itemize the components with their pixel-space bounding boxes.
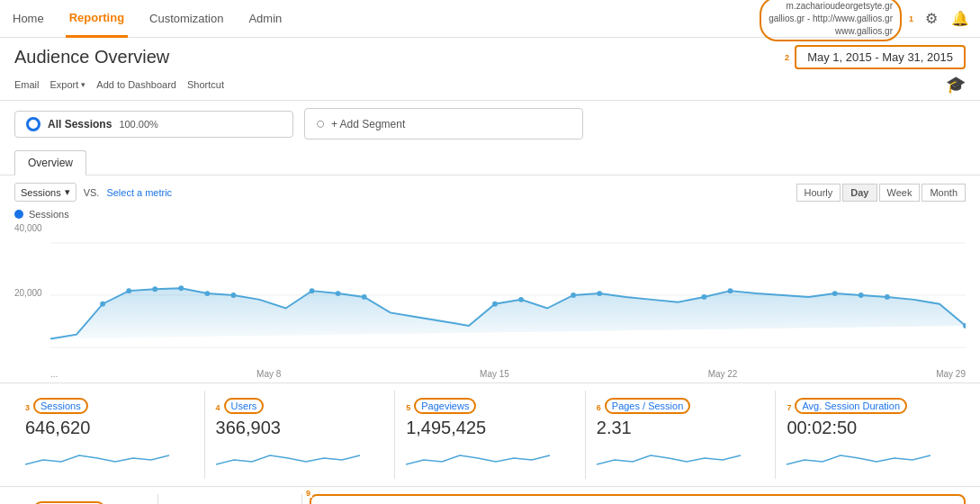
metric-card-users: 4 Users 366,903 bbox=[205, 391, 396, 479]
users-value: 366,903 bbox=[216, 418, 384, 438]
svg-point-8 bbox=[230, 292, 236, 298]
pie-chart-section: 9 Returning Visitor New Visitor bbox=[310, 494, 966, 504]
pageviews-annotation: 5 bbox=[406, 403, 410, 412]
top-nav: Home Reporting Customization Admin m.zac… bbox=[0, 0, 980, 38]
plus-icon: ○ bbox=[316, 114, 326, 133]
page-title: Audience Overview bbox=[14, 47, 169, 68]
svg-point-19 bbox=[859, 292, 864, 298]
svg-point-11 bbox=[362, 294, 367, 300]
nav-item-home[interactable]: Home bbox=[9, 0, 48, 38]
all-sessions-segment[interactable]: All Sessions 100.00% bbox=[14, 111, 293, 138]
svg-point-4 bbox=[126, 288, 131, 293]
metrics-row: 3 Sessions 646,620 4 Users 366,903 5 Pag… bbox=[0, 382, 980, 486]
svg-point-18 bbox=[832, 291, 838, 296]
chart-legend: Sessions bbox=[14, 205, 966, 223]
bell-icon: 🔔 bbox=[951, 10, 969, 27]
sessions-annotation: 3 bbox=[25, 403, 30, 412]
legend-label: Sessions bbox=[29, 209, 69, 220]
pageviews-label[interactable]: Pageviews bbox=[414, 398, 476, 414]
chart-controls: Sessions ▾ VS. Select a metric Hourly Da… bbox=[0, 176, 980, 205]
svg-point-20 bbox=[885, 294, 890, 300]
metric-selector: Sessions ▾ VS. Select a metric bbox=[14, 183, 172, 202]
hourly-button[interactable]: Hourly bbox=[796, 184, 841, 202]
add-segment-label: + Add Segment bbox=[331, 118, 405, 130]
svg-point-10 bbox=[336, 291, 341, 296]
svg-point-14 bbox=[571, 292, 576, 298]
segment-label: All Sessions bbox=[48, 118, 112, 130]
metric-card-pages-session: 6 Pages / Session 2.31 bbox=[586, 391, 777, 479]
svg-point-5 bbox=[152, 286, 157, 292]
bottom-section: 8 Bounce Rate 2.46% % New Sessions 39.80… bbox=[0, 486, 980, 504]
tabs-row: Overview bbox=[0, 147, 980, 176]
x-label-0: ... bbox=[50, 369, 58, 379]
page-header: Audience Overview 2 May 1, 2015 - May 31… bbox=[0, 38, 980, 73]
add-segment-button[interactable]: ○ + Add Segment bbox=[304, 108, 583, 140]
month-button[interactable]: Month bbox=[922, 184, 966, 202]
avg-session-value: 00:02:50 bbox=[787, 418, 955, 438]
line-chart-svg bbox=[50, 223, 966, 367]
day-button[interactable]: Day bbox=[842, 184, 877, 202]
avg-session-label[interactable]: Avg. Session Duration bbox=[795, 398, 907, 414]
account-annotation: 1 bbox=[909, 14, 913, 23]
svg-point-7 bbox=[204, 291, 210, 296]
x-label-3: May 22 bbox=[708, 369, 738, 379]
x-label-1: May 8 bbox=[256, 369, 281, 379]
pie-annotation: 9 bbox=[304, 489, 312, 498]
email-button[interactable]: Email bbox=[14, 79, 40, 90]
users-label[interactable]: Users bbox=[224, 398, 265, 414]
vs-label: VS. bbox=[84, 187, 100, 198]
x-label-2: May 15 bbox=[480, 369, 509, 379]
nav-item-reporting[interactable]: Reporting bbox=[66, 0, 128, 38]
metric-dropdown[interactable]: Sessions ▾ bbox=[14, 183, 76, 202]
metric-card-sessions: 3 Sessions 646,620 bbox=[14, 391, 205, 479]
metric-card-pageviews: 5 Pageviews 1,495,425 bbox=[395, 391, 586, 479]
segments-bar: All Sessions 100.00% ○ + Add Segment bbox=[0, 101, 980, 147]
export-button[interactable]: Export ▾ bbox=[50, 79, 86, 90]
chart-area: Sessions 40,000 20,000 bbox=[0, 205, 980, 382]
account-selector[interactable]: m.zacharioudeorgetsyte.gr gallios.gr - h… bbox=[760, 0, 902, 41]
metric-card-avg-session: 7 Avg. Session Duration 00:02:50 bbox=[776, 391, 966, 479]
pages-session-annotation: 6 bbox=[597, 403, 601, 412]
svg-point-12 bbox=[492, 302, 498, 307]
nav-item-admin[interactable]: Admin bbox=[245, 0, 285, 38]
svg-point-9 bbox=[310, 288, 315, 293]
notifications-button[interactable]: 🔔 bbox=[949, 8, 971, 30]
week-button[interactable]: Week bbox=[879, 184, 921, 202]
chart-wrapper: 40,000 20,000 bbox=[14, 223, 966, 367]
nav-item-customization[interactable]: Customization bbox=[146, 0, 227, 38]
add-to-dashboard-button[interactable]: Add to Dashboard bbox=[96, 79, 176, 90]
dropdown-arrow-icon: ▾ bbox=[65, 186, 70, 198]
svg-point-3 bbox=[100, 302, 105, 307]
chart-x-axis: ... May 8 May 15 May 22 May 29 bbox=[50, 367, 966, 382]
y-mid-label: 20,000 bbox=[14, 288, 42, 298]
settings-button[interactable]: ⚙ bbox=[921, 8, 942, 30]
pages-session-value: 2.31 bbox=[597, 418, 765, 438]
sessions-label[interactable]: Sessions bbox=[33, 398, 88, 414]
tab-overview[interactable]: Overview bbox=[14, 150, 86, 176]
pages-sparkline bbox=[597, 442, 765, 469]
time-buttons: Hourly Day Week Month bbox=[796, 184, 966, 202]
pageviews-value: 1,495,425 bbox=[406, 418, 574, 438]
segment-percentage: 100.00% bbox=[119, 119, 157, 130]
svg-point-15 bbox=[597, 291, 602, 296]
avg-session-sparkline bbox=[787, 442, 955, 469]
metric-card-bounce-rate: 8 Bounce Rate 2.46% bbox=[14, 494, 158, 504]
report-icon: 🎓 bbox=[946, 75, 966, 94]
pages-session-label[interactable]: Pages / Session bbox=[605, 398, 691, 414]
date-annotation: 2 bbox=[785, 53, 789, 62]
settings-icon: ⚙ bbox=[925, 10, 938, 27]
avg-session-annotation: 7 bbox=[787, 403, 791, 412]
svg-point-13 bbox=[518, 297, 524, 302]
segment-circle bbox=[26, 117, 40, 131]
shortcut-button[interactable]: Shortcut bbox=[187, 79, 224, 90]
nav-items: Home Reporting Customization Admin bbox=[9, 0, 760, 38]
users-sparkline bbox=[216, 442, 384, 469]
svg-point-17 bbox=[728, 288, 733, 293]
header-right: m.zacharioudeorgetsyte.gr gallios.gr - h… bbox=[760, 0, 971, 41]
users-annotation: 4 bbox=[216, 403, 220, 412]
select-metric-link[interactable]: Select a metric bbox=[106, 187, 172, 198]
export-arrow: ▾ bbox=[81, 80, 85, 89]
legend-dot bbox=[14, 210, 23, 219]
y-max-label: 40,000 bbox=[14, 223, 42, 233]
date-range-picker[interactable]: May 1, 2015 - May 31, 2015 bbox=[795, 45, 966, 69]
